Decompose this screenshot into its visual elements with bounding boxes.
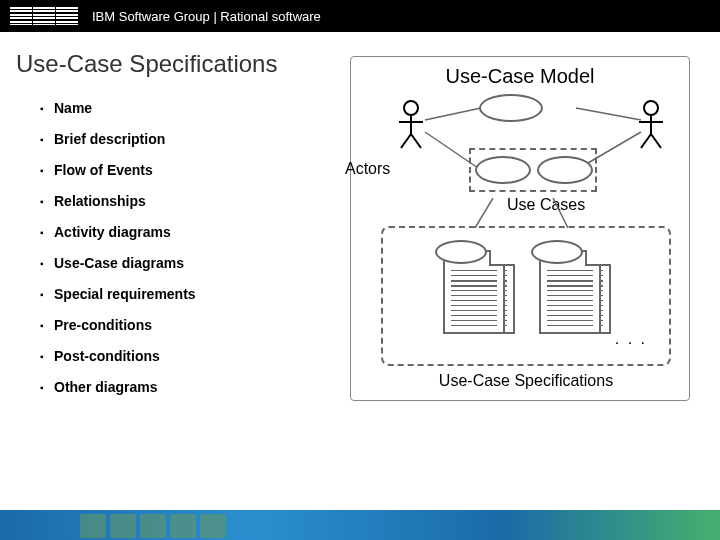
usecase-oval-icon xyxy=(435,240,487,264)
actors-label: Actors xyxy=(345,160,390,178)
usecase-oval-icon xyxy=(531,240,583,264)
svg-line-13 xyxy=(651,134,661,148)
actors-usecases-diagram: Actors Use Cases xyxy=(361,98,679,198)
list-item: Use-Case diagrams xyxy=(40,255,340,271)
actor-icon xyxy=(637,100,665,150)
usecase-oval-icon xyxy=(475,156,531,184)
svg-line-14 xyxy=(475,198,493,228)
footer-decoration-icon xyxy=(140,514,166,538)
list-item: Flow of Events xyxy=(40,162,340,178)
use-case-model-box: Use-Case Model xyxy=(350,56,690,401)
usecase-oval-icon xyxy=(537,156,593,184)
svg-point-4 xyxy=(404,101,418,115)
footer-icons-group xyxy=(80,514,226,538)
bullet-list: Name Brief description Flow of Events Re… xyxy=(16,100,340,395)
list-item: Pre-conditions xyxy=(40,317,340,333)
left-column: Use-Case Specifications Name Brief descr… xyxy=(10,50,340,478)
usecases-group-box xyxy=(469,148,597,192)
content-area: Use-Case Specifications Name Brief descr… xyxy=(0,32,720,478)
svg-line-15 xyxy=(553,198,568,228)
footer-bar xyxy=(0,510,720,540)
header-bar: IBM Software Group | Rational software xyxy=(0,0,720,32)
svg-line-2 xyxy=(576,108,641,120)
footer-decoration-icon xyxy=(170,514,196,538)
list-item: Post-conditions xyxy=(40,348,340,364)
list-item: Brief description xyxy=(40,131,340,147)
list-item: Activity diagrams xyxy=(40,224,340,240)
svg-line-0 xyxy=(425,108,481,120)
header-text: IBM Software Group | Rational software xyxy=(92,9,321,24)
footer-decoration-icon xyxy=(80,514,106,538)
list-item: Name xyxy=(40,100,340,116)
footer-decoration-icon xyxy=(110,514,136,538)
document-stack-icon xyxy=(443,250,513,342)
list-item: Relationships xyxy=(40,193,340,209)
svg-line-7 xyxy=(401,134,411,148)
usecase-oval-icon xyxy=(479,94,543,122)
ibm-logo-icon xyxy=(10,7,78,25)
ellipsis-text: . . . xyxy=(615,330,647,348)
spec-label: Use-Case Specifications xyxy=(381,372,671,390)
svg-line-8 xyxy=(411,134,421,148)
document-stack-icon xyxy=(539,250,609,342)
svg-point-9 xyxy=(644,101,658,115)
footer-decoration-icon xyxy=(200,514,226,538)
list-item: Other diagrams xyxy=(40,379,340,395)
connector-lines-icon xyxy=(383,198,673,228)
specifications-box: . . . xyxy=(381,226,671,366)
right-column: Use-Case Model xyxy=(340,50,710,478)
model-title: Use-Case Model xyxy=(361,65,679,88)
page-title: Use-Case Specifications xyxy=(16,50,340,78)
list-item: Special requirements xyxy=(40,286,340,302)
svg-line-12 xyxy=(641,134,651,148)
actor-icon xyxy=(397,100,425,150)
